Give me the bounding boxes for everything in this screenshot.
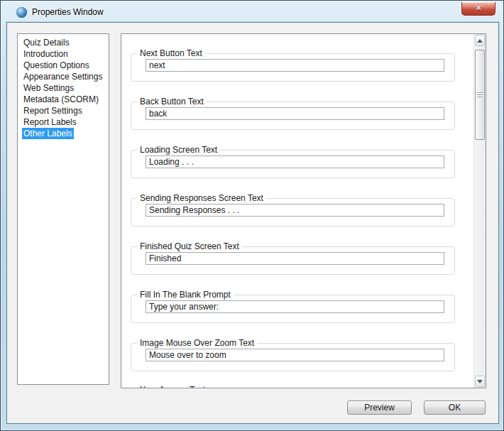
group-next-button-text: Next Button Text <box>131 48 455 82</box>
scrollbar-thumb[interactable] <box>475 50 485 140</box>
scroll-up-button[interactable] <box>475 35 485 46</box>
preview-button[interactable]: Preview <box>347 400 412 415</box>
sidebar-item-introduction[interactable]: Introduction <box>18 48 109 60</box>
group-label: Fill In The Blank Prompt <box>137 290 234 300</box>
image-zoom-text-input[interactable] <box>146 349 444 361</box>
group-label: Sending Responses Screen Text <box>137 193 266 203</box>
group-label: Back Button Text <box>137 97 207 107</box>
sidebar-item-quiz-details[interactable]: Quiz Details <box>18 37 109 48</box>
ok-button[interactable]: OK <box>424 400 486 415</box>
sending-responses-text-input[interactable] <box>146 204 444 217</box>
back-button-text-input[interactable] <box>146 107 444 120</box>
sidebar-item-metadata-scorm[interactable]: Metadata (SCORM) <box>18 94 109 105</box>
group-fill-in-blank-prompt: Fill In The Blank Prompt <box>131 290 455 323</box>
client-area: Quiz Details Introduction Question Optio… <box>6 22 499 424</box>
group-label: Next Button Text <box>137 48 205 58</box>
group-label: Your Answer Text <box>137 385 208 388</box>
group-label: Loading Screen Text <box>137 145 220 155</box>
scrollbar-grip-icon <box>477 92 483 98</box>
settings-panel: Next Button Text Back Button Text Loadin… <box>121 33 486 388</box>
scroll-up-icon <box>477 39 483 43</box>
close-button[interactable]: ✕ <box>461 2 495 16</box>
sidebar-item-appearance-settings[interactable]: Appearance Settings <box>18 71 109 82</box>
group-label: Image Mouse Over Zoom Text <box>137 338 257 348</box>
finished-quiz-text-input[interactable] <box>146 252 444 265</box>
settings-panel-content: Next Button Text Back Button Text Loadin… <box>121 34 473 388</box>
sidebar-item-question-options[interactable]: Question Options <box>18 60 109 71</box>
close-icon: ✕ <box>475 4 481 12</box>
scroll-down-icon <box>477 380 483 383</box>
group-your-answer-text: Your Answer Text <box>131 385 455 388</box>
group-sending-responses-text: Sending Responses Screen Text <box>131 193 455 227</box>
group-label: Finished Quiz Screen Text <box>137 241 242 251</box>
group-loading-screen-text: Loading Screen Text <box>131 145 455 178</box>
loading-screen-text-input[interactable] <box>146 156 444 168</box>
next-button-text-input[interactable] <box>146 59 444 72</box>
group-image-zoom-text: Image Mouse Over Zoom Text <box>131 338 455 371</box>
app-icon <box>16 7 27 18</box>
window-title: Properties Window <box>32 7 104 17</box>
sidebar-item-other-labels[interactable]: Other Labels <box>18 128 109 139</box>
category-list: Quiz Details Introduction Question Optio… <box>17 33 109 385</box>
vertical-scrollbar[interactable] <box>473 34 486 388</box>
properties-window: Properties Window ✕ Quiz Details Introdu… <box>0 0 504 431</box>
group-finished-quiz-text: Finished Quiz Screen Text <box>131 241 455 275</box>
sidebar-item-web-settings[interactable]: Web Settings <box>18 82 109 94</box>
group-back-button-text: Back Button Text <box>131 97 455 130</box>
fill-in-blank-prompt-input[interactable] <box>146 300 444 313</box>
titlebar[interactable]: Properties Window ✕ <box>1 1 503 22</box>
sidebar-item-report-settings[interactable]: Report Settings <box>18 105 109 116</box>
sidebar-item-report-labels[interactable]: Report Labels <box>18 116 109 128</box>
scroll-down-button[interactable] <box>475 376 485 387</box>
